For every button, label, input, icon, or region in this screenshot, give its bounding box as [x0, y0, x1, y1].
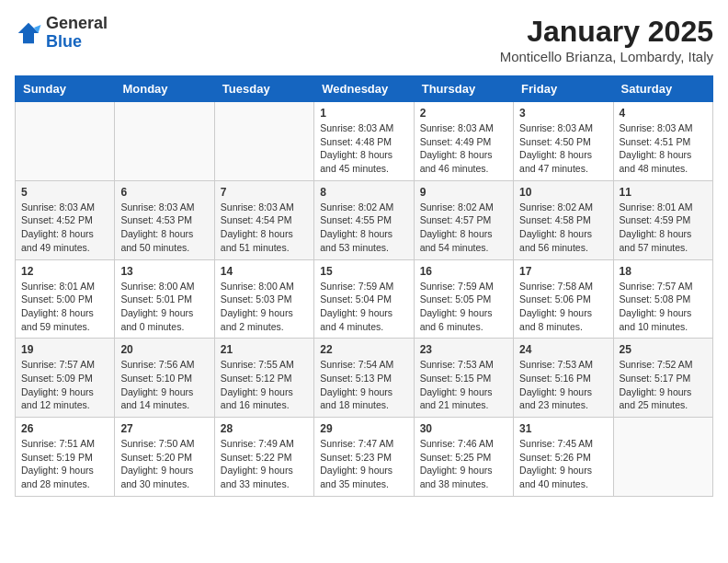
day-number: 4 — [620, 107, 707, 120]
calendar-cell: 7Sunrise: 8:03 AM Sunset: 4:54 PM Daylig… — [214, 180, 313, 259]
day-number: 28 — [221, 422, 308, 435]
calendar-cell: 23Sunrise: 7:53 AM Sunset: 5:15 PM Dayli… — [414, 339, 513, 418]
calendar-cell: 14Sunrise: 8:00 AM Sunset: 5:03 PM Dayli… — [214, 259, 313, 339]
day-info: Sunrise: 8:02 AM Sunset: 4:58 PM Dayligh… — [519, 201, 607, 255]
day-info: Sunrise: 8:03 AM Sunset: 4:52 PM Dayligh… — [21, 201, 108, 255]
day-number: 1 — [320, 107, 407, 120]
day-info: Sunrise: 7:47 AM Sunset: 5:23 PM Dayligh… — [320, 437, 407, 491]
day-number: 6 — [120, 186, 208, 199]
calendar-cell: 13Sunrise: 8:00 AM Sunset: 5:01 PM Dayli… — [115, 259, 214, 339]
day-number: 8 — [320, 186, 407, 199]
calendar-cell: 24Sunrise: 7:53 AM Sunset: 5:16 PM Dayli… — [514, 339, 613, 418]
calendar-cell — [115, 102, 214, 181]
day-number: 19 — [21, 343, 108, 356]
day-number: 25 — [620, 343, 707, 356]
day-info: Sunrise: 8:00 AM Sunset: 5:01 PM Dayligh… — [120, 280, 208, 334]
calendar-body: 1Sunrise: 8:03 AM Sunset: 4:48 PM Daylig… — [16, 102, 713, 497]
day-info: Sunrise: 7:51 AM Sunset: 5:19 PM Dayligh… — [21, 437, 108, 491]
day-number: 2 — [420, 107, 507, 120]
day-info: Sunrise: 7:57 AM Sunset: 5:08 PM Dayligh… — [620, 280, 707, 334]
week-row-1: 1Sunrise: 8:03 AM Sunset: 4:48 PM Daylig… — [16, 102, 713, 181]
day-number: 21 — [221, 343, 308, 356]
week-row-5: 26Sunrise: 7:51 AM Sunset: 5:19 PM Dayli… — [16, 418, 713, 497]
calendar-title: January 2025 — [500, 15, 713, 49]
calendar-cell: 5Sunrise: 8:03 AM Sunset: 4:52 PM Daylig… — [16, 180, 115, 259]
day-info: Sunrise: 7:49 AM Sunset: 5:22 PM Dayligh… — [221, 437, 308, 491]
page-header: General Blue January 2025 Monticello Bri… — [15, 15, 713, 64]
day-number: 22 — [320, 343, 407, 356]
calendar-cell: 21Sunrise: 7:55 AM Sunset: 5:12 PM Dayli… — [214, 339, 313, 418]
calendar-cell — [214, 102, 313, 181]
calendar-table: SundayMondayTuesdayWednesdayThursdayFrid… — [15, 75, 713, 497]
day-info: Sunrise: 8:02 AM Sunset: 4:55 PM Dayligh… — [320, 201, 407, 255]
day-number: 31 — [519, 422, 607, 435]
calendar-cell: 31Sunrise: 7:45 AM Sunset: 5:26 PM Dayli… — [514, 418, 613, 497]
calendar-cell: 28Sunrise: 7:49 AM Sunset: 5:22 PM Dayli… — [214, 418, 313, 497]
day-header-sunday: Sunday — [16, 76, 115, 102]
day-header-saturday: Saturday — [613, 76, 712, 102]
day-header-thursday: Thursday — [414, 76, 513, 102]
logo-text: General Blue — [46, 15, 108, 52]
day-number: 18 — [620, 265, 707, 278]
day-number: 12 — [21, 265, 108, 278]
calendar-cell: 10Sunrise: 8:02 AM Sunset: 4:58 PM Dayli… — [514, 180, 613, 259]
calendar-cell: 11Sunrise: 8:01 AM Sunset: 4:59 PM Dayli… — [613, 180, 712, 259]
day-number: 26 — [21, 422, 108, 435]
day-number: 13 — [120, 265, 208, 278]
calendar-cell: 17Sunrise: 7:58 AM Sunset: 5:06 PM Dayli… — [514, 259, 613, 339]
day-number: 20 — [120, 343, 208, 356]
title-block: January 2025 Monticello Brianza, Lombard… — [500, 15, 713, 64]
day-info: Sunrise: 7:56 AM Sunset: 5:10 PM Dayligh… — [120, 358, 208, 412]
week-row-2: 5Sunrise: 8:03 AM Sunset: 4:52 PM Daylig… — [16, 180, 713, 259]
day-info: Sunrise: 8:03 AM Sunset: 4:53 PM Dayligh… — [120, 201, 208, 255]
calendar-cell: 30Sunrise: 7:46 AM Sunset: 5:25 PM Dayli… — [414, 418, 513, 497]
calendar-cell: 3Sunrise: 8:03 AM Sunset: 4:50 PM Daylig… — [514, 102, 613, 181]
day-number: 3 — [519, 107, 607, 120]
day-number: 11 — [620, 186, 707, 199]
day-info: Sunrise: 8:03 AM Sunset: 4:48 PM Dayligh… — [320, 121, 407, 176]
day-info: Sunrise: 7:57 AM Sunset: 5:09 PM Dayligh… — [21, 358, 108, 412]
day-info: Sunrise: 8:03 AM Sunset: 4:50 PM Dayligh… — [519, 121, 607, 176]
logo-general-text: General — [46, 15, 108, 33]
calendar-subtitle: Monticello Brianza, Lombardy, Italy — [500, 49, 713, 64]
calendar-cell: 8Sunrise: 8:02 AM Sunset: 4:55 PM Daylig… — [314, 180, 414, 259]
week-row-4: 19Sunrise: 7:57 AM Sunset: 5:09 PM Dayli… — [16, 339, 713, 418]
calendar-cell: 2Sunrise: 8:03 AM Sunset: 4:49 PM Daylig… — [414, 102, 513, 181]
day-number: 15 — [320, 265, 407, 278]
calendar-cell: 9Sunrise: 8:02 AM Sunset: 4:57 PM Daylig… — [414, 180, 513, 259]
calendar-cell: 26Sunrise: 7:51 AM Sunset: 5:19 PM Dayli… — [16, 418, 115, 497]
calendar-cell: 18Sunrise: 7:57 AM Sunset: 5:08 PM Dayli… — [613, 259, 712, 339]
calendar-cell: 12Sunrise: 8:01 AM Sunset: 5:00 PM Dayli… — [16, 259, 115, 339]
day-number: 14 — [221, 265, 308, 278]
calendar-cell: 29Sunrise: 7:47 AM Sunset: 5:23 PM Dayli… — [314, 418, 414, 497]
day-info: Sunrise: 8:01 AM Sunset: 4:59 PM Dayligh… — [620, 201, 707, 255]
day-info: Sunrise: 7:50 AM Sunset: 5:20 PM Dayligh… — [120, 437, 208, 491]
week-row-3: 12Sunrise: 8:01 AM Sunset: 5:00 PM Dayli… — [16, 259, 713, 339]
day-info: Sunrise: 7:59 AM Sunset: 5:04 PM Dayligh… — [320, 280, 407, 334]
day-info: Sunrise: 7:45 AM Sunset: 5:26 PM Dayligh… — [519, 437, 607, 491]
day-info: Sunrise: 7:54 AM Sunset: 5:13 PM Dayligh… — [320, 358, 407, 412]
day-number: 16 — [420, 265, 507, 278]
day-number: 29 — [320, 422, 407, 435]
day-info: Sunrise: 7:58 AM Sunset: 5:06 PM Dayligh… — [519, 280, 607, 334]
day-info: Sunrise: 8:01 AM Sunset: 5:00 PM Dayligh… — [21, 280, 108, 334]
calendar-cell: 27Sunrise: 7:50 AM Sunset: 5:20 PM Dayli… — [115, 418, 214, 497]
day-number: 17 — [519, 265, 607, 278]
day-number: 23 — [420, 343, 507, 356]
day-info: Sunrise: 8:03 AM Sunset: 4:49 PM Dayligh… — [420, 121, 507, 176]
day-number: 27 — [120, 422, 208, 435]
day-number: 5 — [21, 186, 108, 199]
day-info: Sunrise: 8:03 AM Sunset: 4:51 PM Dayligh… — [620, 121, 707, 176]
calendar-header: SundayMondayTuesdayWednesdayThursdayFrid… — [16, 76, 713, 102]
day-info: Sunrise: 7:59 AM Sunset: 5:05 PM Dayligh… — [420, 280, 507, 334]
svg-marker-1 — [18, 23, 40, 44]
day-info: Sunrise: 7:55 AM Sunset: 5:12 PM Dayligh… — [221, 358, 308, 412]
logo-icon — [15, 19, 42, 47]
calendar-cell: 1Sunrise: 8:03 AM Sunset: 4:48 PM Daylig… — [314, 102, 414, 181]
calendar-cell: 16Sunrise: 7:59 AM Sunset: 5:05 PM Dayli… — [414, 259, 513, 339]
calendar-cell: 22Sunrise: 7:54 AM Sunset: 5:13 PM Dayli… — [314, 339, 414, 418]
logo-blue-text: Blue — [46, 33, 108, 52]
day-info: Sunrise: 7:52 AM Sunset: 5:17 PM Dayligh… — [620, 358, 707, 412]
day-number: 30 — [420, 422, 507, 435]
calendar-cell: 4Sunrise: 8:03 AM Sunset: 4:51 PM Daylig… — [613, 102, 712, 181]
